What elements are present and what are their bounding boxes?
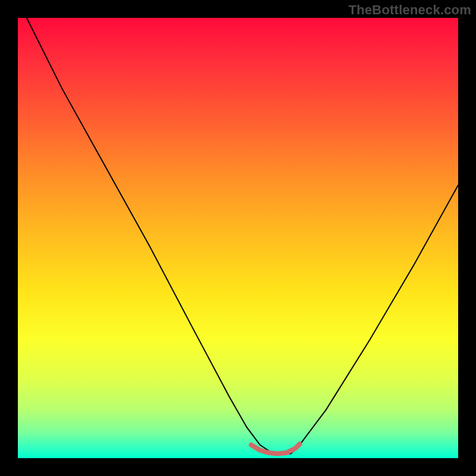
bottleneck-curve-svg: [18, 18, 458, 458]
chart-frame: [18, 18, 458, 458]
bottleneck-floor-marker: [251, 444, 299, 453]
watermark-text: TheBottleneck.com: [349, 2, 471, 18]
bottleneck-main-curve: [27, 18, 458, 454]
